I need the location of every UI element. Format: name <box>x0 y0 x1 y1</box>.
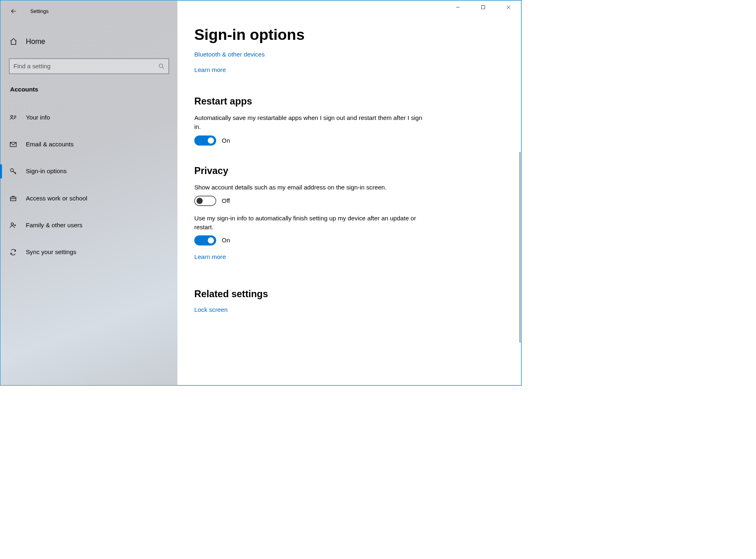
link-lock-screen[interactable]: Lock screen <box>194 307 227 314</box>
svg-rect-2 <box>10 142 16 146</box>
toggle-row-restart-apps: On <box>194 135 504 146</box>
scrollbar[interactable] <box>520 152 521 343</box>
nav-list: Your info Email & accounts Sign-in optio… <box>0 107 177 268</box>
heading-related-settings: Related settings <box>194 289 504 300</box>
sidebar-item-your-info[interactable]: Your info <box>0 107 177 128</box>
search-box[interactable] <box>9 59 169 74</box>
sidebar-item-label: Access work or school <box>26 195 87 202</box>
sidebar-item-label: Email & accounts <box>26 141 73 148</box>
desc-privacy-show-account: Show account details such as my email ad… <box>194 183 430 192</box>
svg-rect-4 <box>11 197 16 201</box>
heading-privacy: Privacy <box>194 165 504 176</box>
page-title: Sign-in options <box>194 26 504 43</box>
toggle-state-label: On <box>222 137 230 144</box>
mail-icon <box>9 141 18 148</box>
svg-point-0 <box>159 64 163 67</box>
minimize-icon <box>456 5 460 9</box>
sidebar: Settings Home Accounts Your info <box>0 0 177 385</box>
close-icon <box>506 5 511 9</box>
sidebar-item-label: Your info <box>26 114 50 121</box>
key-icon <box>9 168 18 175</box>
maximize-icon <box>481 5 485 9</box>
content-area[interactable]: Sign-in options Bluetooth & other device… <box>177 17 521 385</box>
toggle-restart-apps[interactable] <box>194 135 216 146</box>
heading-restart-apps: Restart apps <box>194 96 504 107</box>
home-icon <box>9 37 18 45</box>
link-bluetooth-other-devices[interactable]: Bluetooth & other devices <box>194 51 264 59</box>
close-button[interactable] <box>496 0 521 14</box>
sidebar-item-sync-settings[interactable]: Sync your settings <box>0 241 177 263</box>
desc-privacy-signin-info: Use my sign-in info to automatically fin… <box>194 214 430 232</box>
svg-point-3 <box>11 169 13 172</box>
search-icon <box>158 63 164 69</box>
toggle-state-label: Off <box>222 197 230 204</box>
app-title: Settings <box>31 8 49 14</box>
search-input[interactable] <box>13 63 158 70</box>
toggle-row-signin-info: On <box>194 235 504 246</box>
people-add-icon <box>9 222 18 229</box>
window-controls <box>445 0 521 14</box>
toggle-state-label: On <box>222 237 230 244</box>
main: Sign-in options Bluetooth & other device… <box>177 0 521 385</box>
arrow-left-icon <box>11 8 17 14</box>
sidebar-item-sign-in-options[interactable]: Sign-in options <box>0 161 177 183</box>
maximize-button[interactable] <box>470 0 496 14</box>
svg-rect-6 <box>481 6 485 9</box>
person-detail-icon <box>9 114 18 121</box>
sidebar-item-family-other-users[interactable]: Family & other users <box>0 214 177 236</box>
settings-window: Settings Home Accounts Your info <box>0 0 522 386</box>
sidebar-item-home[interactable]: Home <box>0 31 177 52</box>
sidebar-item-email-accounts[interactable]: Email & accounts <box>0 133 177 155</box>
search-wrap <box>9 59 169 74</box>
toggle-show-account-details[interactable] <box>194 196 216 206</box>
titlebar-left: Settings <box>0 4 177 19</box>
minimize-button[interactable] <box>445 0 470 14</box>
briefcase-icon <box>9 195 18 202</box>
svg-point-5 <box>11 223 13 225</box>
sidebar-item-label: Sync your settings <box>26 248 76 256</box>
link-learn-more-top[interactable]: Learn more <box>194 66 226 74</box>
sync-icon <box>9 248 18 256</box>
back-button[interactable] <box>7 4 20 18</box>
toggle-row-show-account: Off <box>194 196 504 206</box>
category-label: Accounts <box>10 86 177 93</box>
home-label: Home <box>26 37 45 46</box>
link-learn-more-privacy[interactable]: Learn more <box>194 253 226 261</box>
toggle-use-signin-info[interactable] <box>194 235 216 246</box>
desc-restart-apps: Automatically save my restartable apps w… <box>194 113 430 131</box>
svg-point-1 <box>11 115 13 117</box>
sidebar-item-access-work-school[interactable]: Access work or school <box>0 187 177 209</box>
sidebar-item-label: Sign-in options <box>26 168 66 175</box>
sidebar-item-label: Family & other users <box>26 222 82 229</box>
